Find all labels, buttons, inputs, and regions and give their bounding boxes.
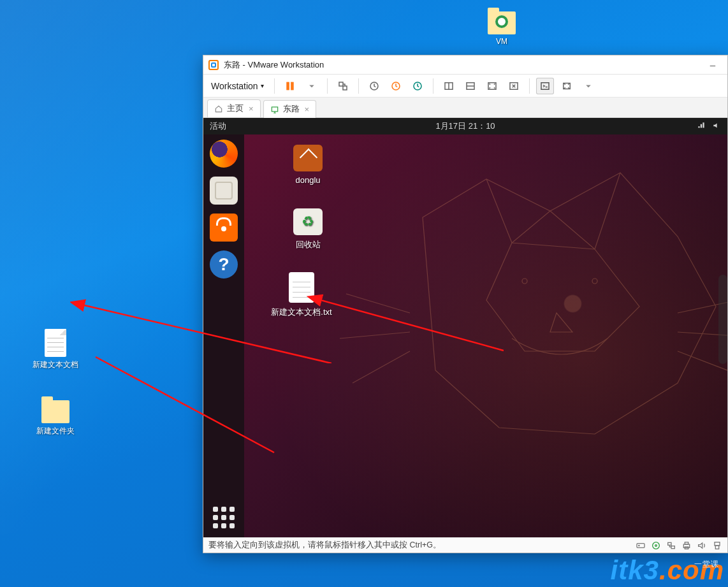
tab-home[interactable]: 主页 ×: [207, 99, 261, 117]
dock-software-store[interactable]: [210, 214, 238, 242]
dock-help[interactable]: ?: [210, 250, 238, 279]
status-network-icon[interactable]: [666, 540, 676, 551]
dock-firefox[interactable]: [210, 140, 238, 168]
svg-rect-15: [272, 106, 277, 111]
vmware-statusbar: 要将输入定向到该虚拟机，请将鼠标指针移入其中或按 Ctrl+G。: [203, 537, 727, 553]
status-hdd-icon[interactable]: [636, 540, 646, 551]
text-file-icon: [45, 329, 66, 357]
svg-point-21: [655, 544, 657, 546]
power-dropdown[interactable]: [303, 78, 321, 94]
trash-icon: [293, 208, 323, 235]
tab-label: 主页: [227, 103, 244, 114]
icon-label: 回收站: [270, 239, 346, 250]
ubuntu-topbar: 活动 1月17日 21：10: [203, 118, 727, 134]
separator: [358, 78, 359, 94]
close-icon[interactable]: ×: [249, 104, 254, 113]
svg-point-19: [639, 545, 639, 546]
speaker-icon[interactable]: [712, 121, 721, 132]
view-single-button[interactable]: [440, 78, 458, 94]
toolbar: Workstation ▾: [203, 75, 727, 98]
desktop-icon-new-folder[interactable]: 新建文件夹: [27, 395, 84, 437]
view-fullscreen-button[interactable]: [483, 78, 501, 94]
network-icon[interactable]: [697, 121, 706, 132]
view-unity-button[interactable]: [505, 78, 523, 94]
svg-rect-25: [685, 542, 688, 544]
ubuntu-dock: ?: [203, 134, 244, 537]
status-sound-icon[interactable]: [697, 540, 707, 551]
tab-label: 东路: [283, 104, 300, 115]
icon-label: 新建文本文档: [27, 359, 84, 370]
ubuntu-icon-trash[interactable]: 回收站: [270, 208, 346, 250]
svg-point-20: [653, 542, 660, 549]
titlebar[interactable]: 东路 - VMware Workstation —: [203, 55, 727, 75]
window-title: 东路 - VMware Workstation: [224, 59, 324, 71]
svg-rect-2: [339, 82, 343, 86]
home-folder-icon: [293, 145, 323, 171]
vmware-logo-icon: [208, 60, 219, 70]
separator: [327, 78, 328, 94]
wallpaper-lineart: [321, 141, 727, 498]
tab-strip: 主页 × 东路 ×: [203, 98, 727, 118]
ubuntu-desktop[interactable]: donglu 回收站 新建文本文档.txt: [244, 134, 727, 537]
chevron-down-icon: ▾: [261, 82, 264, 89]
svg-rect-28: [715, 546, 718, 549]
svg-rect-1: [291, 82, 293, 90]
desktop-icon-vm-folder[interactable]: VM: [473, 6, 530, 46]
svg-rect-3: [343, 86, 347, 90]
snapshot-take-button[interactable]: [365, 78, 383, 94]
svg-rect-23: [671, 546, 674, 548]
dock-show-apps[interactable]: [213, 507, 235, 528]
ubuntu-scrollbar[interactable]: [718, 275, 727, 364]
status-usb-icon[interactable]: [712, 540, 722, 551]
text-file-icon: [289, 272, 314, 303]
svg-rect-27: [715, 542, 720, 545]
icon-label: VM: [473, 37, 530, 46]
icon-label: 新建文本文档.txt: [263, 307, 340, 318]
snapshot-manager-button[interactable]: [409, 78, 426, 94]
watermark-brand-a: itk3: [611, 555, 659, 585]
console-view-button[interactable]: [536, 78, 554, 94]
home-icon: [214, 105, 223, 113]
svg-rect-18: [637, 543, 644, 547]
pause-button[interactable]: [281, 78, 299, 94]
status-hint: 要将输入定向到该虚拟机，请将鼠标指针移入其中或按 Ctrl+G。: [208, 540, 441, 551]
ubuntu-icon-txt[interactable]: 新建文本文档.txt: [263, 272, 340, 318]
view-split-button[interactable]: [462, 78, 479, 94]
vm-icon: [270, 105, 279, 114]
svg-point-16: [522, 279, 527, 284]
minimize-button[interactable]: —: [703, 58, 722, 72]
separator: [274, 78, 275, 94]
separator: [529, 78, 530, 94]
folder-icon: [41, 400, 69, 423]
activities-button[interactable]: 活动: [210, 120, 226, 132]
icon-label: 新建文件夹: [27, 426, 84, 437]
vm-viewport[interactable]: 活动 1月17日 21：10 ?: [203, 118, 727, 537]
watermark: 一堂课 itk3.com: [611, 555, 724, 586]
stretch-dropdown[interactable]: [579, 78, 597, 94]
status-printer-icon[interactable]: [681, 540, 692, 551]
close-icon[interactable]: ×: [305, 105, 310, 114]
clock[interactable]: 1月17日 21：10: [435, 120, 495, 132]
watermark-tag: 一堂课: [694, 559, 719, 570]
icon-label: donglu: [270, 175, 346, 185]
svg-rect-22: [668, 542, 671, 545]
svg-rect-0: [286, 82, 289, 90]
desktop-icon-text-doc[interactable]: 新建文本文档: [27, 329, 84, 370]
dock-files[interactable]: [210, 177, 238, 205]
svg-point-17: [592, 279, 597, 284]
question-icon: ?: [218, 254, 229, 275]
send-ctrl-alt-del-button[interactable]: [334, 78, 352, 94]
workstation-menu[interactable]: Workstation ▾: [207, 78, 268, 94]
stretch-guest-button[interactable]: [558, 78, 576, 94]
snapshot-revert-button[interactable]: [387, 78, 405, 94]
vmware-window: 东路 - VMware Workstation — Workstation ▾: [203, 55, 728, 553]
status-cd-icon[interactable]: [651, 540, 661, 551]
tab-vm-donglu[interactable]: 东路 ×: [263, 100, 317, 118]
separator: [433, 78, 433, 94]
folder-icon: [488, 11, 516, 34]
menu-label-text: Workstation: [211, 81, 258, 91]
ubuntu-icon-home[interactable]: donglu: [270, 145, 346, 185]
